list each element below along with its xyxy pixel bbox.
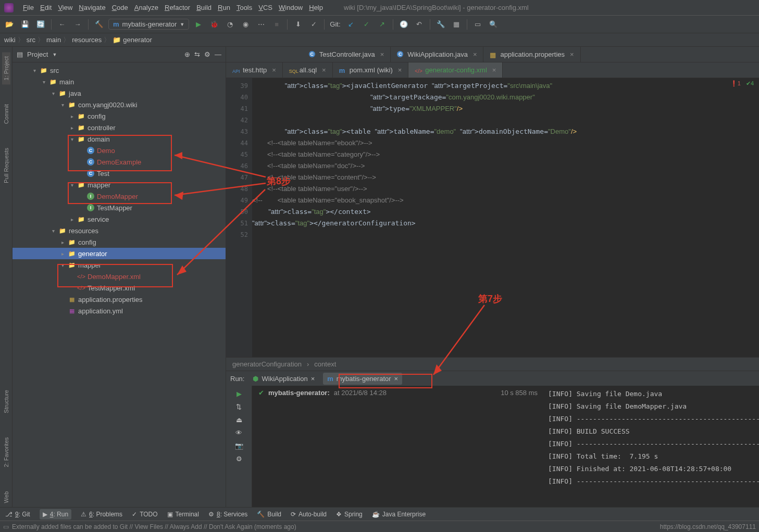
bottom-tab-spring[interactable]: ❖Spring <box>336 511 363 518</box>
tree-node[interactable]: ▾📁domain <box>13 133 226 145</box>
git-pull-button[interactable]: ↙ <box>345 18 357 31</box>
tree-node[interactable]: ▾📁src <box>13 65 226 76</box>
crumb[interactable]: generatorConfiguration <box>232 360 302 368</box>
tree-node[interactable]: ▸📁config <box>13 236 226 248</box>
debug-button[interactable]: 🐞 <box>208 18 220 31</box>
sync-button[interactable]: 🔄 <box>34 18 47 31</box>
run-tab-wikiapplication[interactable]: ⬢WikiApplication× <box>248 373 319 385</box>
menu-navigate[interactable]: Navigate <box>76 3 108 12</box>
stop-button[interactable]: ■ <box>270 18 283 31</box>
tree-node[interactable]: ▾📁com.yangj0020.wiki <box>13 99 226 110</box>
menu-code[interactable]: Code <box>109 3 131 12</box>
run-config-selector[interactable]: m mybatis-generator ▼ <box>108 19 189 30</box>
bottom-tab-4-run[interactable]: ▶4: Run <box>40 509 71 520</box>
editor-tab[interactable]: ▦application.properties× <box>483 47 580 62</box>
gear-button[interactable]: ⚙ <box>236 455 242 463</box>
settings-button[interactable]: 🔧 <box>434 18 447 31</box>
menu-window[interactable]: Window <box>276 3 306 12</box>
tree-node[interactable]: CTest <box>13 168 226 179</box>
pull-requests-tool-tab[interactable]: Pull Requests <box>2 144 10 187</box>
tree-node[interactable]: ▦application.yml <box>13 305 226 316</box>
forward-button[interactable]: → <box>71 18 84 31</box>
breadcrumb-item[interactable]: generator <box>123 36 152 44</box>
menu-refactor[interactable]: Refactor <box>161 3 193 12</box>
menu-vcs[interactable]: VCS <box>255 3 276 12</box>
bottom-tab-9-git[interactable]: ⎇9: Git <box>5 511 30 518</box>
tree-node[interactable]: ▦application.properties <box>13 294 226 305</box>
toggle-button[interactable]: ⇅ <box>236 403 242 411</box>
attach-button[interactable]: ⋯ <box>255 18 267 31</box>
run-console[interactable]: [INFO] Saving file Demo.java [INFO] Savi… <box>544 386 759 507</box>
back-button[interactable]: ← <box>56 18 68 31</box>
menu-view[interactable]: View <box>55 3 76 12</box>
open-button[interactable]: 📂 <box>3 18 16 31</box>
bottom-tab-java-enterprise[interactable]: ☕Java Enterprise <box>372 511 426 518</box>
tree-node[interactable]: ▸📁config <box>13 110 226 122</box>
run-button[interactable]: ▶ <box>192 18 205 31</box>
panel-settings-button[interactable]: ⚙ <box>204 50 210 58</box>
search-everywhere-button[interactable]: 🔍 <box>487 18 500 31</box>
menu-help[interactable]: Help <box>306 3 326 12</box>
save-all-button[interactable]: 💾 <box>19 18 31 31</box>
bottom-tab-6-problems[interactable]: ⚠6: Problems <box>81 511 122 518</box>
coverage-button[interactable]: ◔ <box>223 18 236 31</box>
code-body[interactable]: "attr">class="tag"><javaClientGenerator … <box>252 78 759 357</box>
hide-panel-button[interactable]: — <box>215 50 221 58</box>
pin-button[interactable]: 👁 <box>235 429 242 437</box>
tree-node[interactable]: ▾📁mapper <box>13 259 226 271</box>
bottom-tab-terminal[interactable]: ▣Terminal <box>167 511 199 518</box>
vcs-commit-button[interactable]: ✓ <box>307 18 320 31</box>
locate-button[interactable]: ⊕ <box>184 50 190 58</box>
tree-node[interactable]: IDemoMapper <box>13 191 226 202</box>
rollback-button[interactable]: ↶ <box>413 18 426 31</box>
tree-node[interactable]: ▸📁generator <box>13 248 226 259</box>
editor-tab[interactable]: CWikiApplication.java× <box>391 47 483 62</box>
tree-node[interactable]: ▾📁java <box>13 87 226 99</box>
bottom-tab-todo[interactable]: ✓TODO <box>132 511 157 518</box>
editor-tab[interactable]: </>generator-config.xml× <box>408 62 503 78</box>
run-tab-mybatis-generator[interactable]: mmybatis-generator× <box>323 373 402 385</box>
tree-node[interactable]: CDemo <box>13 145 226 156</box>
profile-button[interactable]: ◉ <box>239 18 252 31</box>
project-tool-tab[interactable]: 1: Project <box>2 52 10 84</box>
web-tool-tab[interactable]: Web <box>2 487 10 507</box>
menu-file[interactable]: File <box>20 3 37 12</box>
tree-node[interactable]: CDemoExample <box>13 156 226 168</box>
editor-tab[interactable]: mpom.xml (wiki)× <box>333 62 409 78</box>
vcs-update-button[interactable]: ⬇ <box>292 18 304 31</box>
tree-node[interactable]: ▾📁resources <box>13 225 226 236</box>
git-commit-button[interactable]: ✓ <box>360 18 373 31</box>
presentation-button[interactable]: ▭ <box>471 18 484 31</box>
favorites-tool-tab[interactable]: 2: Favorites <box>2 433 10 471</box>
bottom-tab-8-services[interactable]: ⚙8: Services <box>208 511 247 518</box>
editor-tab[interactable]: SQLall.sql× <box>283 62 333 78</box>
camera-button[interactable]: 📷 <box>235 442 243 450</box>
menu-run[interactable]: Run <box>215 3 233 12</box>
structure-tool-tab[interactable]: Structure <box>2 386 10 417</box>
filter-button[interactable]: ⏏ <box>236 416 242 424</box>
breadcrumb-item[interactable]: src <box>27 36 35 44</box>
tree-node[interactable]: </>DemoMapper.xml <box>13 271 226 282</box>
editor-tab[interactable]: APItest.http× <box>226 62 283 78</box>
menu-analyze[interactable]: Analyze <box>131 3 161 12</box>
project-structure-button[interactable]: ▦ <box>450 18 463 31</box>
code-editor[interactable]: 3940414243444546474849505152 "attr">clas… <box>226 78 759 357</box>
tree-node[interactable]: </>TestMapper.xml <box>13 282 226 294</box>
bottom-tab-auto-build[interactable]: ⟳Auto-build <box>291 511 327 518</box>
events-icon[interactable]: ▭ <box>3 523 9 530</box>
tree-node[interactable]: ITestMapper <box>13 202 226 213</box>
history-button[interactable]: 🕘 <box>397 18 410 31</box>
tree-node[interactable]: ▾📁mapper <box>13 179 226 191</box>
breadcrumb-item[interactable]: wiki <box>4 36 16 44</box>
commit-tool-tab[interactable]: Commit <box>2 100 10 128</box>
menu-build[interactable]: Build <box>193 3 215 12</box>
menu-edit[interactable]: Edit <box>37 3 55 12</box>
breadcrumb-item[interactable]: main <box>46 36 61 44</box>
project-tree[interactable]: ▾📁src▾📁main▾📁java▾📁com.yangj0020.wiki▸📁c… <box>13 62 226 507</box>
menu-tools[interactable]: Tools <box>233 3 255 12</box>
crumb[interactable]: context <box>314 360 336 368</box>
breadcrumb-item[interactable]: resources <box>72 36 102 44</box>
rerun-button[interactable]: ▶ <box>237 390 242 398</box>
collapse-button[interactable]: ⇆ <box>194 50 200 58</box>
editor-tab[interactable]: CTestController.java× <box>303 47 391 62</box>
